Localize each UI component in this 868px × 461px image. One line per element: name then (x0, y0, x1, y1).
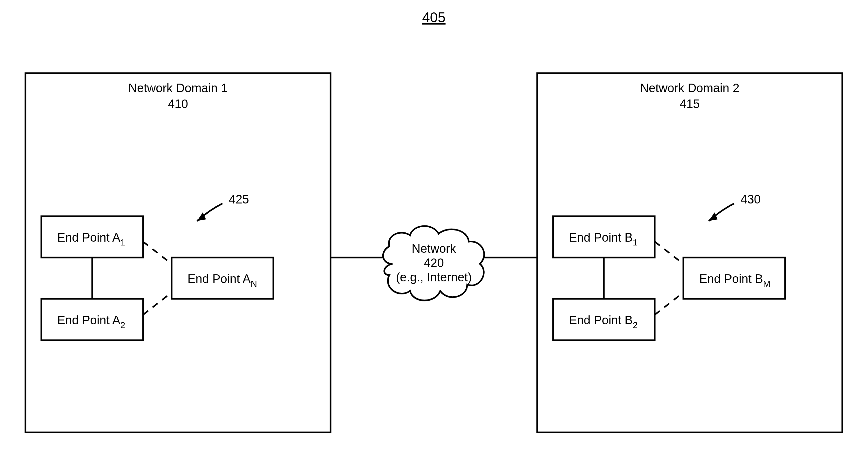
endpoint-b1: End Point B1 (553, 216, 655, 257)
domain1-ref: 410 (168, 97, 188, 111)
figure-canvas: 405 Network Domain 1 410 End Point A1 En… (0, 0, 868, 461)
endpoint-bm: End Point BM (683, 257, 785, 299)
endpoint-a1-label: End Point A1 (57, 231, 125, 247)
line-a2-an (143, 293, 172, 315)
svg-marker-3 (197, 212, 206, 221)
endpoint-an-label: End Point AN (188, 272, 257, 289)
line-b2-bm (655, 293, 683, 315)
network-label-2: 420 (424, 256, 444, 270)
domain1-title: Network Domain 1 (128, 82, 228, 95)
endpoint-a1: End Point A1 (41, 216, 143, 257)
domain2-ref: 415 (680, 97, 700, 111)
line-a1-an (143, 242, 172, 264)
endpoint-b1-label: End Point B1 (569, 231, 638, 247)
domain1-box (25, 73, 331, 432)
endpoint-a2-label: End Point A2 (57, 313, 125, 330)
callout-430-text: 430 (741, 193, 761, 206)
domain2-box (537, 73, 842, 432)
callout-430: 430 (709, 193, 761, 221)
network-label-1: Network (412, 242, 456, 255)
network-domain-2: Network Domain 2 415 End Point B1 End Po… (537, 73, 842, 432)
domain2-title: Network Domain 2 (640, 82, 740, 95)
network-domain-1: Network Domain 1 410 End Point A1 End Po… (25, 73, 331, 432)
figure-reference: 405 (422, 9, 445, 25)
callout-425-text: 425 (229, 193, 249, 206)
endpoint-an: End Point AN (172, 257, 273, 299)
endpoint-bm-label: End Point BM (699, 272, 770, 289)
network-label-3: (e.g., Internet) (396, 271, 472, 284)
callout-425: 425 (197, 193, 249, 221)
endpoint-b2: End Point B2 (553, 299, 655, 340)
endpoint-b2-label: End Point B2 (569, 313, 638, 330)
svg-marker-7 (709, 212, 718, 221)
line-b1-bm (655, 242, 683, 264)
endpoint-a2: End Point A2 (41, 299, 143, 340)
network-cloud: Network 420 (e.g., Internet) (331, 226, 537, 301)
